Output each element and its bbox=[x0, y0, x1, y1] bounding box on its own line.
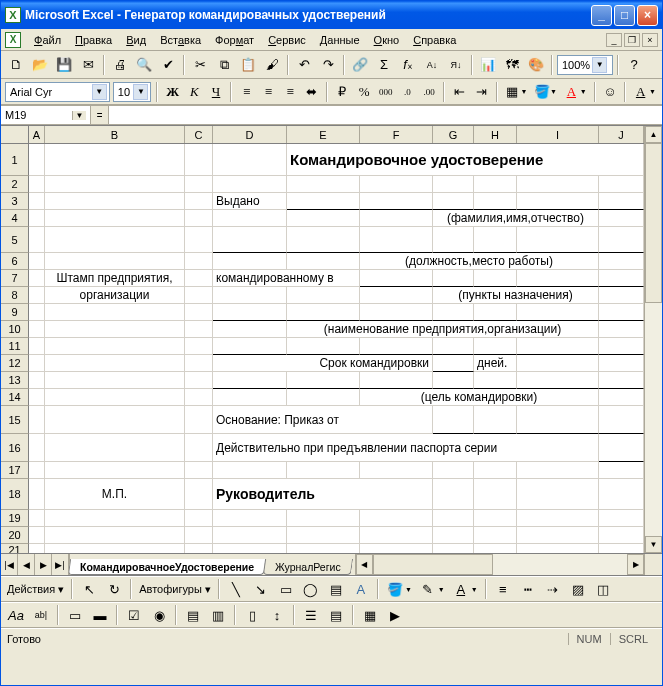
cell[interactable] bbox=[433, 176, 474, 193]
mdi-minimize-button[interactable]: _ bbox=[606, 33, 622, 47]
cell[interactable] bbox=[474, 227, 517, 253]
cell[interactable] bbox=[45, 544, 185, 553]
row-header[interactable]: 19 bbox=[1, 510, 29, 527]
cell[interactable] bbox=[213, 527, 287, 544]
cell[interactable] bbox=[287, 389, 360, 406]
menu-tools[interactable]: Сервис bbox=[261, 32, 313, 48]
cell[interactable] bbox=[185, 527, 213, 544]
row-header[interactable]: 11 bbox=[1, 338, 29, 355]
cell[interactable] bbox=[29, 544, 45, 553]
cell[interactable] bbox=[599, 321, 644, 338]
cell[interactable] bbox=[517, 527, 599, 544]
cell[interactable]: дней. bbox=[474, 355, 517, 372]
cell[interactable] bbox=[213, 510, 287, 527]
font-color2-icon[interactable]: A bbox=[631, 81, 650, 103]
cell[interactable] bbox=[517, 193, 599, 210]
row-header[interactable]: 5 bbox=[1, 227, 29, 253]
grid-icon[interactable]: ▦ bbox=[359, 604, 381, 626]
menu-help[interactable]: Справка bbox=[406, 32, 463, 48]
column-header[interactable]: I bbox=[517, 126, 599, 143]
chevron-down-icon[interactable]: ▼ bbox=[92, 84, 107, 100]
cell[interactable] bbox=[599, 210, 644, 227]
cell[interactable] bbox=[287, 527, 360, 544]
drawing-menu[interactable]: Действия ▾ bbox=[5, 583, 66, 596]
cell[interactable] bbox=[517, 304, 599, 321]
column-header[interactable]: E bbox=[287, 126, 360, 143]
cell[interactable] bbox=[29, 338, 45, 355]
cell[interactable] bbox=[474, 338, 517, 355]
cell[interactable] bbox=[29, 321, 45, 338]
cell[interactable]: (цель командировки) bbox=[360, 389, 599, 406]
column-header[interactable]: C bbox=[185, 126, 213, 143]
cell[interactable] bbox=[213, 210, 287, 227]
cell[interactable] bbox=[474, 176, 517, 193]
combobox-icon[interactable]: ▥ bbox=[207, 604, 229, 626]
horizontal-scrollbar[interactable]: ◀ ▶ bbox=[355, 554, 644, 575]
scroll-up-icon[interactable]: ▲ bbox=[645, 126, 662, 143]
cell[interactable] bbox=[45, 176, 185, 193]
cell[interactable]: Действительно при предъявлении паспорта … bbox=[213, 434, 599, 462]
cell[interactable] bbox=[599, 510, 644, 527]
maximize-button[interactable]: □ bbox=[614, 5, 635, 26]
format-painter-icon[interactable]: 🖌 bbox=[261, 54, 283, 76]
chart-icon[interactable]: 📊 bbox=[477, 54, 499, 76]
cell[interactable] bbox=[474, 406, 517, 434]
cell[interactable] bbox=[185, 389, 213, 406]
mail-icon[interactable]: ✉ bbox=[77, 54, 99, 76]
textbox-form-icon[interactable]: ab| bbox=[30, 604, 52, 626]
button-icon[interactable]: ▬ bbox=[89, 604, 111, 626]
cell[interactable]: М.П. bbox=[45, 479, 185, 510]
properties-icon[interactable]: ☰ bbox=[300, 604, 322, 626]
row-header[interactable]: 3 bbox=[1, 193, 29, 210]
cell[interactable] bbox=[287, 227, 360, 253]
cell[interactable] bbox=[360, 270, 433, 287]
cell[interactable] bbox=[517, 479, 599, 510]
cell[interactable] bbox=[360, 193, 433, 210]
cell[interactable] bbox=[599, 355, 644, 372]
3d-icon[interactable]: ◫ bbox=[592, 578, 614, 600]
row-header[interactable]: 1 bbox=[1, 144, 29, 176]
cell[interactable] bbox=[287, 287, 360, 304]
sort-desc-icon[interactable]: Я↓ bbox=[445, 54, 467, 76]
cell[interactable] bbox=[599, 193, 644, 210]
row-header[interactable]: 6 bbox=[1, 253, 29, 270]
cell[interactable] bbox=[599, 544, 644, 553]
cell[interactable] bbox=[29, 193, 45, 210]
cell[interactable] bbox=[29, 227, 45, 253]
line-icon[interactable]: ╲ bbox=[225, 578, 247, 600]
row-header[interactable]: 17 bbox=[1, 462, 29, 479]
cell[interactable] bbox=[433, 355, 474, 372]
cell[interactable] bbox=[287, 372, 360, 389]
radio-icon[interactable]: ◉ bbox=[148, 604, 170, 626]
cell[interactable] bbox=[185, 510, 213, 527]
menu-insert[interactable]: Вставка bbox=[153, 32, 208, 48]
sheet-tab[interactable]: ЖурналРегис bbox=[263, 559, 353, 575]
cell[interactable] bbox=[29, 304, 45, 321]
cell[interactable] bbox=[517, 270, 599, 287]
cell[interactable] bbox=[185, 434, 213, 462]
cell[interactable] bbox=[213, 389, 287, 406]
comma-icon[interactable]: 000 bbox=[376, 81, 395, 103]
textbox-icon[interactable]: ▤ bbox=[325, 578, 347, 600]
paste-icon[interactable]: 📋 bbox=[237, 54, 259, 76]
cell[interactable] bbox=[360, 510, 433, 527]
cell[interactable] bbox=[517, 544, 599, 553]
cell[interactable] bbox=[45, 372, 185, 389]
cell[interactable]: Руководитель bbox=[213, 479, 433, 510]
cell[interactable] bbox=[517, 227, 599, 253]
cell[interactable] bbox=[45, 389, 185, 406]
borders-icon[interactable]: ▦ bbox=[503, 81, 522, 103]
cell[interactable] bbox=[45, 462, 185, 479]
cell[interactable] bbox=[185, 338, 213, 355]
cell[interactable] bbox=[599, 227, 644, 253]
cell[interactable] bbox=[45, 193, 185, 210]
menu-view[interactable]: Вид bbox=[119, 32, 153, 48]
cell[interactable] bbox=[360, 304, 433, 321]
cell[interactable] bbox=[29, 210, 45, 227]
wordart-icon[interactable]: A bbox=[350, 578, 372, 600]
font-size-combo[interactable]: 10 ▼ bbox=[113, 82, 152, 102]
cell[interactable] bbox=[45, 321, 185, 338]
cell[interactable] bbox=[474, 544, 517, 553]
cell[interactable] bbox=[213, 462, 287, 479]
cell[interactable] bbox=[517, 462, 599, 479]
